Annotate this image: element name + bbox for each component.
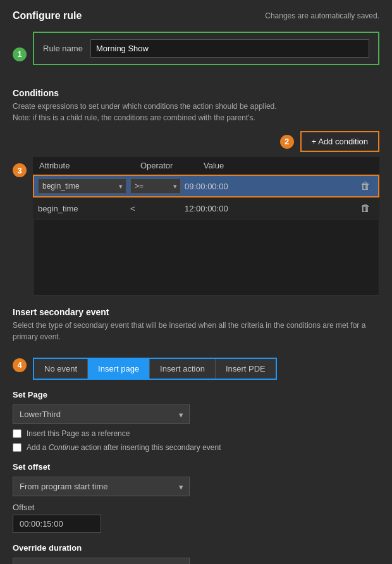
conditions-desc-line2: Note: if this is a child rule, the condi… xyxy=(13,113,255,122)
continue-label-pre: Add a xyxy=(27,443,49,452)
set-offset-dropdown[interactable]: From program start time From program end… xyxy=(13,477,190,496)
offset-label: Offset xyxy=(13,503,379,512)
override-duration-dropdown[interactable]: Specific duration value No override xyxy=(13,558,190,564)
override-duration-dropdown-wrapper: Specific duration value No override xyxy=(13,558,190,564)
override-duration-section: Override duration Specific duration valu… xyxy=(13,543,379,564)
insert-secondary-desc: Select the type of secondary event that … xyxy=(13,320,379,342)
conditions-table: Attribute Operator Value xyxy=(33,157,379,175)
tab-insert-action[interactable]: Insert action xyxy=(150,359,216,379)
badge-3: 3 xyxy=(13,163,27,177)
condition-row-2: begin_time < 12:00:00:00 🗑 xyxy=(33,197,379,220)
row1-op-wrapper: >= xyxy=(130,179,181,194)
col-header-value: Value xyxy=(197,157,357,175)
set-page-title: Set Page xyxy=(13,390,379,399)
rule-name-row: Rule name xyxy=(43,39,369,58)
checkbox-continue[interactable] xyxy=(13,443,21,452)
add-condition-button[interactable]: + Add condition xyxy=(300,131,379,152)
row1-delete-button[interactable]: 🗑 xyxy=(357,179,374,193)
page-title: Configure rule xyxy=(13,10,82,22)
set-page-section: Set Page LowerThird Insert this Page as … xyxy=(13,390,379,452)
set-offset-section: Set offset From program start time From … xyxy=(13,462,379,533)
row2-value: 12:00:00:00 xyxy=(185,204,353,213)
set-page-dropdown[interactable]: LowerThird xyxy=(13,404,190,424)
insert-type-tabs: No event Insert page Insert action Inser… xyxy=(33,358,277,380)
badge-1: 1 xyxy=(13,47,27,61)
page-header: Configure rule Changes are automatically… xyxy=(13,10,379,22)
row2-operator: < xyxy=(130,204,181,213)
conditions-section: Conditions Create expressions to set und… xyxy=(13,88,379,296)
conditions-title: Conditions xyxy=(13,88,379,98)
checkbox-reference[interactable] xyxy=(13,429,21,438)
col-header-attribute: Attribute xyxy=(33,157,134,175)
conditions-empty-area xyxy=(33,220,379,296)
continue-label-post: action after inserting this secondary ev… xyxy=(79,443,221,452)
row1-operator-select[interactable]: >= xyxy=(130,179,181,194)
tab-no-event[interactable]: No event xyxy=(34,359,88,379)
autosave-text: Changes are automatically saved. xyxy=(265,11,379,20)
row1-attr-wrapper: begin_time xyxy=(38,179,126,194)
offset-input-wrapper: Offset xyxy=(13,503,379,533)
row1-attribute-select[interactable]: begin_time xyxy=(38,179,126,194)
insert-secondary-title: Insert secondary event xyxy=(13,307,379,317)
checkbox-row-1: Insert this Page as a reference xyxy=(13,429,379,438)
checkbox-continue-label: Add a Continue action after inserting th… xyxy=(27,443,221,452)
set-page-dropdown-wrapper: LowerThird xyxy=(13,404,190,424)
rule-name-section: 1 Rule name xyxy=(13,32,379,77)
col-header-operator: Operator xyxy=(134,157,197,175)
row1-value: 09:00:00:00 xyxy=(185,182,353,191)
conditions-table-wrapper: 3 Attribute Operator Value xyxy=(13,157,379,296)
offset-input[interactable] xyxy=(13,515,101,533)
tab-insert-pde[interactable]: Insert PDE xyxy=(216,359,276,379)
override-duration-title: Override duration xyxy=(13,543,379,553)
condition-row-1-selected: begin_time >= 09:00:00:00 🗑 xyxy=(33,175,379,197)
configure-rule-page: Configure rule Changes are automatically… xyxy=(0,0,392,564)
set-offset-dropdown-wrapper: From program start time From program end… xyxy=(13,477,190,496)
row2-attribute: begin_time xyxy=(38,204,126,213)
tab-group-wrapper: 4 No event Insert page Insert action Ins… xyxy=(13,350,379,380)
rule-name-label: Rule name xyxy=(43,44,83,53)
rule-name-box: Rule name xyxy=(33,32,379,65)
checkbox-row-2: Add a Continue action after inserting th… xyxy=(13,443,379,452)
insert-secondary-section: Insert secondary event Select the type o… xyxy=(13,307,379,380)
checkbox-reference-label: Insert this Page as a reference xyxy=(27,429,130,438)
conditions-table-container: Attribute Operator Value begin_time xyxy=(33,157,379,296)
badge-4: 4 xyxy=(13,358,27,372)
col-header-delete xyxy=(357,157,379,175)
conditions-actions: 2 + Add condition xyxy=(13,131,379,152)
rule-name-input[interactable] xyxy=(90,39,369,58)
tab-insert-page[interactable]: Insert page xyxy=(88,359,150,379)
set-offset-title: Set offset xyxy=(13,462,379,472)
row2-delete-button[interactable]: 🗑 xyxy=(357,201,374,215)
continue-keyword: Continue xyxy=(49,443,79,452)
table-header-row: Attribute Operator Value xyxy=(33,157,379,175)
conditions-desc: Create expressions to set under which co… xyxy=(13,101,379,123)
conditions-desc-line1: Create expressions to set under which co… xyxy=(13,102,277,111)
badge-2: 2 xyxy=(280,135,294,149)
